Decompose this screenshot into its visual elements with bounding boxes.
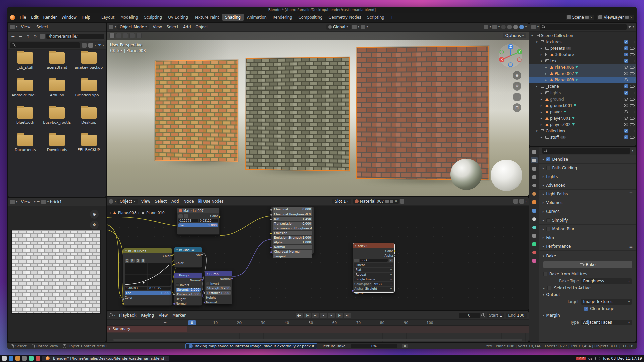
output-socket[interactable] bbox=[393, 250, 396, 252]
output-socket[interactable] bbox=[393, 254, 396, 257]
tab-object-data[interactable] bbox=[531, 241, 538, 247]
folder-item[interactable]: Desktop bbox=[73, 107, 105, 135]
disable-in-render-icon[interactable] bbox=[630, 117, 634, 120]
breadcrumb-object[interactable]: Plane.008 bbox=[118, 210, 137, 215]
taskbar-app-icon[interactable] bbox=[36, 356, 40, 361]
expand-arrow-icon[interactable]: ▸ bbox=[541, 53, 544, 56]
outliner-row[interactable]: ▸ Plane.008 ✓ bbox=[529, 77, 636, 83]
value-slider[interactable]: Emission bbox=[273, 231, 312, 235]
jump-end-icon[interactable]: ▸| bbox=[344, 313, 351, 318]
unlink-material-icon[interactable]: ✕ bbox=[395, 199, 397, 203]
value-slider[interactable]: Clearcoat Roughness0.030 bbox=[273, 212, 312, 216]
scroll-arrows-icon[interactable]: ↔ bbox=[164, 320, 167, 324]
folder-item[interactable]: busybox_rootfs bbox=[41, 107, 73, 135]
selected-to-active-row[interactable]: ▸✓Selected to Active bbox=[539, 285, 636, 291]
disable-in-render-icon[interactable] bbox=[630, 123, 634, 126]
bake-type-dropdown[interactable]: Roughness▾ bbox=[581, 278, 632, 284]
keyboard-layout-indicator[interactable]: us bbox=[588, 356, 593, 361]
play-icon[interactable]: ▸ bbox=[328, 313, 335, 318]
input-socket[interactable] bbox=[173, 303, 175, 305]
exclude-checkbox[interactable]: ✓ bbox=[624, 84, 628, 88]
taskbar-app-icon[interactable] bbox=[9, 356, 13, 361]
margin-subsection-header[interactable]: Margin bbox=[539, 312, 636, 319]
image-name[interactable]: brick1 bbox=[50, 200, 62, 204]
properties-section-header[interactable]: ✓ Simplify ☰ bbox=[539, 216, 636, 225]
expand-arrow-icon[interactable]: ▾ bbox=[541, 59, 544, 63]
pan-hand-icon[interactable]: ✥ bbox=[513, 82, 521, 90]
disable-in-render-icon[interactable] bbox=[630, 41, 634, 43]
tab-render[interactable] bbox=[531, 157, 538, 163]
input-socket[interactable] bbox=[352, 290, 354, 292]
expand-arrow-icon[interactable]: ▾ bbox=[536, 40, 539, 44]
workspace-tab[interactable]: Sculpting bbox=[141, 14, 165, 21]
viewport-menu[interactable]: View bbox=[150, 24, 164, 30]
viewport-menu[interactable]: Select bbox=[164, 24, 181, 30]
checker-icon[interactable] bbox=[184, 214, 188, 218]
value-field[interactable]: 0.63125 bbox=[199, 219, 218, 222]
outliner-row[interactable]: ▸ stuff 3 ✓ bbox=[529, 134, 636, 140]
tray-indicator[interactable]: 1234 bbox=[576, 357, 586, 360]
selected-to-active-checkbox[interactable]: ✓ bbox=[547, 286, 551, 290]
brick-wall-plane-orange[interactable] bbox=[155, 60, 238, 162]
properties-section-header[interactable]: ✓ Performance ☰ bbox=[539, 242, 636, 251]
outliner-row[interactable]: ▸ player ✓ bbox=[529, 109, 636, 115]
snap-magnet-icon[interactable] bbox=[352, 25, 357, 29]
tab-world[interactable] bbox=[531, 191, 538, 197]
breadcrumb-data[interactable]: Plane.010 bbox=[146, 210, 165, 215]
summary-channel[interactable]: Summary bbox=[107, 326, 187, 332]
outliner-row[interactable]: ▾ Scene Collection ✓ bbox=[529, 32, 636, 39]
expand-arrow-icon[interactable]: ▾ bbox=[531, 34, 535, 37]
tab-material[interactable] bbox=[531, 249, 538, 255]
file-browser-view-menu[interactable]: View bbox=[19, 24, 33, 30]
tab-view-layer[interactable] bbox=[531, 174, 538, 180]
taskbar-app-icon[interactable] bbox=[15, 356, 20, 361]
folder-item[interactable]: Arduino bbox=[41, 80, 73, 107]
folder-item[interactable]: Downloads bbox=[41, 135, 73, 162]
shader-menu[interactable]: View bbox=[139, 198, 153, 204]
nav-up-icon[interactable]: ↑ bbox=[25, 34, 31, 39]
section-checkbox[interactable]: ✓ bbox=[546, 157, 550, 161]
disable-in-render-icon[interactable] bbox=[630, 85, 634, 88]
tab-object[interactable] bbox=[531, 199, 538, 205]
section-menu-icon[interactable]: ☰ bbox=[629, 244, 633, 249]
material-node[interactable]: Material.007 Color 0.122730.63125 Fac1.0… bbox=[177, 208, 220, 235]
tab-constraints[interactable] bbox=[531, 233, 538, 239]
distance-slider[interactable]: Distance1.000 bbox=[176, 292, 201, 296]
disable-in-render-icon[interactable] bbox=[630, 111, 634, 113]
outliner-row[interactable]: ▾ textures ✓ bbox=[529, 39, 636, 45]
topbar-menu[interactable]: File bbox=[17, 14, 29, 20]
section-checkbox[interactable]: ✓ bbox=[546, 218, 550, 222]
rgb-curves-node[interactable]: ▾RGBCurves Color CRGB 0.40493 bbox=[123, 248, 172, 306]
tweak-tool-icon[interactable] bbox=[109, 33, 115, 38]
value-slider[interactable]: IOR1.450 bbox=[273, 217, 312, 221]
strength-slider[interactable]: Strength0.200 bbox=[206, 286, 231, 290]
bump-node-1[interactable]: ▾Bump Normal ✓Invert Strength1.000 Dista… bbox=[174, 272, 202, 306]
workspace-tab[interactable]: + bbox=[387, 14, 397, 21]
end-frame-field[interactable]: End100 bbox=[506, 313, 527, 318]
filter-funnel-icon[interactable] bbox=[628, 26, 631, 28]
cancel-job-icon[interactable]: ✕ bbox=[402, 344, 408, 348]
fac-slider[interactable]: Fac1.000 bbox=[178, 223, 218, 227]
report-message[interactable]: i Baking map saved to internal image, sa… bbox=[185, 343, 317, 349]
alpha-dropdown[interactable]: Straight▾ bbox=[364, 287, 393, 291]
outliner-row[interactable]: ▸ Plane.007 ✓ bbox=[529, 70, 636, 77]
exclude-checkbox[interactable]: ✓ bbox=[624, 91, 628, 95]
use-nodes-toggle[interactable]: ✓ Use Nodes bbox=[198, 199, 224, 204]
jump-start-icon[interactable]: |◂ bbox=[304, 313, 311, 318]
value-slider[interactable]: Tangent bbox=[273, 254, 312, 258]
new-folder-icon[interactable] bbox=[40, 34, 45, 39]
folder-item[interactable]: _cb_stuff bbox=[9, 52, 41, 80]
bump-node-2[interactable]: ▾Bump Normal ✓Invert Strength0.200 Dista… bbox=[204, 271, 232, 304]
tab-particles[interactable] bbox=[531, 216, 538, 222]
cursor-tool-icon[interactable] bbox=[136, 33, 142, 38]
node-input-row[interactable]: Tangent bbox=[273, 254, 312, 258]
toggle-ortho-grid-icon[interactable]: ⊞ bbox=[513, 103, 521, 112]
outliner-row[interactable]: ▸ presets 4 ✓ bbox=[529, 45, 636, 51]
editor-type-icon[interactable] bbox=[109, 199, 113, 204]
properties-section-header[interactable]: ✓ Light Paths ☰ bbox=[539, 190, 636, 198]
folder-item[interactable]: BlenderExpo... bbox=[73, 80, 105, 107]
camera-view-icon[interactable] bbox=[513, 93, 521, 101]
input-socket[interactable] bbox=[270, 214, 272, 216]
disable-in-render-icon[interactable] bbox=[630, 136, 634, 139]
show-gizmo-icon[interactable] bbox=[484, 25, 488, 29]
